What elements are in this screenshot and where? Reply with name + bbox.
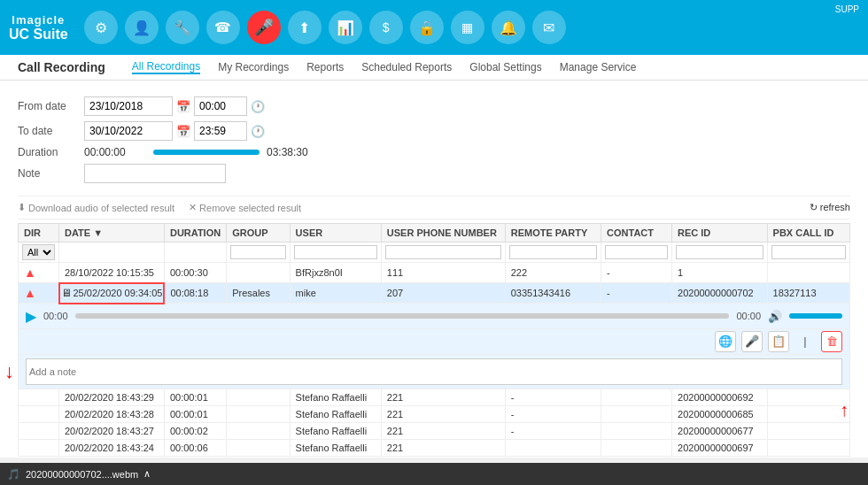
col-date[interactable]: DATE ▼ <box>59 224 165 242</box>
table-row[interactable]: 20/02/2020 18:43:28 00:00:01 Stefano Raf… <box>19 405 850 422</box>
sub-header: Call Recording All Recordings My Recordi… <box>0 55 868 81</box>
player-progress-bar[interactable] <box>75 313 730 319</box>
row3-date: 20/02/2020 18:43:29 <box>59 389 165 405</box>
nav-scheduled-reports[interactable]: Scheduled Reports <box>361 61 452 73</box>
share-button[interactable]: 🌐 <box>715 331 736 352</box>
clock-icon[interactable]: 🕐 <box>251 100 265 113</box>
lock-icon[interactable]: 🔒 <box>410 11 444 44</box>
col-remote-party: REMOTE PARTY <box>505 224 601 242</box>
phone-filter-cell[interactable] <box>381 242 505 263</box>
duration-slider[interactable] <box>153 150 260 155</box>
duration-start: 00:00:00 <box>84 146 146 158</box>
row4-recid: 20200000000685 <box>672 405 768 422</box>
download-audio-button[interactable]: ⬇ Download audio of selected result <box>18 202 174 213</box>
file-icon: 🎵 <box>7 468 20 481</box>
users-icon[interactable]: 👤 <box>125 11 159 44</box>
money-icon[interactable]: $ <box>369 11 403 44</box>
recid-filter-input[interactable] <box>676 245 763 259</box>
download-icon: ⬇ <box>18 202 26 213</box>
duration-row: Duration 00:00:00 03:38:30 <box>18 146 850 158</box>
supp-label: SUPP <box>835 4 859 14</box>
user-filter-input[interactable] <box>294 245 377 259</box>
from-time-input[interactable] <box>194 96 247 116</box>
to-date-input[interactable] <box>84 121 173 141</box>
calendar-icon-2[interactable]: 📅 <box>176 125 190 138</box>
duration-end: 03:38:30 <box>267 146 308 158</box>
row3-dir <box>19 389 59 405</box>
recid-filter-cell[interactable] <box>672 242 768 263</box>
row2-user: mike <box>290 283 381 304</box>
row3-phone: 221 <box>381 389 505 405</box>
row2-date-highlighted: 🖥 25/02/2020 09:34:05 <box>59 283 165 304</box>
remove-result-button[interactable]: ✕ Remove selected result <box>189 202 301 213</box>
table-row-expanded[interactable]: ▲ 🖥 25/02/2020 09:34:05 00:08:18 Presale… <box>19 283 850 304</box>
row3-contact <box>601 389 672 405</box>
row6-phone: 221 <box>381 439 505 456</box>
table-row[interactable]: 20/02/2020 18:43:29 00:00:01 Stefano Raf… <box>19 389 850 405</box>
row1-remote: 222 <box>505 263 601 283</box>
mic-action-button[interactable]: 🎤 <box>741 331 763 352</box>
monitor-icon: 🖥 <box>61 287 72 299</box>
nav-all-recordings[interactable]: All Recordings <box>132 60 200 74</box>
from-date-label: From date <box>18 100 84 112</box>
nav-global-settings[interactable]: Global Settings <box>469 61 541 73</box>
recordings-table: DIR DATE ▼ DURATION GROUP USER USER PHON… <box>18 223 850 457</box>
phone-nav-icon[interactable]: ☎ <box>206 11 240 44</box>
volume-bar[interactable] <box>789 313 842 319</box>
upload-icon[interactable]: ⬆ <box>288 11 322 44</box>
header: SUPP Imagicle UC Suite ⚙ 👤 🔧 ☎ 🎤 ⬆ 📊 $ 🔒… <box>0 0 868 55</box>
volume-icon[interactable]: 🔊 <box>768 310 782 323</box>
filter-area: From date 📅 🕐 To date 📅 🕐 Duration 00:00… <box>18 89 850 196</box>
pbx-filter-cell[interactable] <box>767 242 849 263</box>
to-time-input[interactable] <box>194 121 247 141</box>
group-filter-input[interactable] <box>230 245 285 259</box>
row2-group: Presales <box>227 283 290 304</box>
player-cell: ▶ 00:00 00:00 🔊 <box>19 304 850 329</box>
settings-icon[interactable]: ⚙ <box>84 11 118 44</box>
copy-button[interactable]: 📋 <box>768 331 789 352</box>
phone-filter-input[interactable] <box>385 245 501 259</box>
nav-reports[interactable]: Reports <box>306 61 344 73</box>
row6-remote <box>505 439 601 456</box>
action-left: ⬇ Download audio of selected result ✕ Re… <box>18 202 301 213</box>
table-row[interactable]: 20/02/2020 18:43:24 00:00:06 Stefano Raf… <box>19 439 850 456</box>
user-filter-cell[interactable] <box>290 242 381 263</box>
row5-duration: 00:00:02 <box>164 422 226 439</box>
col-dir: DIR <box>19 224 59 242</box>
refresh-button[interactable]: ↻ refresh <box>810 202 850 213</box>
bottom-chevron[interactable]: ∧ <box>143 468 151 480</box>
note-filter-input[interactable] <box>84 164 226 183</box>
from-date-input[interactable] <box>84 96 173 116</box>
row3-remote: - <box>505 389 601 405</box>
row2-phone: 207 <box>381 283 505 304</box>
duration-label: Duration <box>18 146 84 158</box>
dir-filter-cell[interactable]: All <box>19 242 59 263</box>
group-filter-cell[interactable] <box>227 242 290 263</box>
calendar-icon[interactable]: 📅 <box>176 100 190 113</box>
contact-filter-cell[interactable] <box>601 242 672 263</box>
clock-icon-2[interactable]: 🕐 <box>251 125 265 138</box>
dir-filter-select[interactable]: All <box>22 244 55 260</box>
contact-filter-input[interactable] <box>605 245 668 259</box>
envelope-icon[interactable]: ✉ <box>532 11 566 44</box>
row4-group <box>227 405 290 422</box>
nav-my-recordings[interactable]: My Recordings <box>218 61 289 73</box>
table-row[interactable]: 20/02/2020 18:43:27 00:00:02 Stefano Raf… <box>19 422 850 439</box>
row5-group <box>227 422 290 439</box>
bell-icon[interactable]: 🔔 <box>492 11 525 44</box>
chart-icon[interactable]: 📊 <box>329 11 362 44</box>
remote-filter-cell[interactable] <box>505 242 601 263</box>
note-input[interactable] <box>26 358 842 385</box>
row2-remote: 03351343416 <box>505 283 601 304</box>
table-filter-row: All <box>19 242 850 263</box>
note-cell <box>19 354 850 389</box>
play-button[interactable]: ▶ <box>26 308 36 325</box>
mic-icon[interactable]: 🎤 <box>247 11 281 44</box>
tools-icon[interactable]: 🔧 <box>166 11 199 44</box>
table-row[interactable]: ▲ 28/10/2022 10:15:35 00:00:30 BfRjxz8n0… <box>19 263 850 283</box>
nav-manage-service[interactable]: Manage Service <box>560 61 637 73</box>
delete-button[interactable]: 🗑 <box>821 331 842 352</box>
grid-icon[interactable]: ▦ <box>451 11 484 44</box>
pbx-filter-input[interactable] <box>771 245 846 259</box>
remote-filter-input[interactable] <box>509 245 597 259</box>
